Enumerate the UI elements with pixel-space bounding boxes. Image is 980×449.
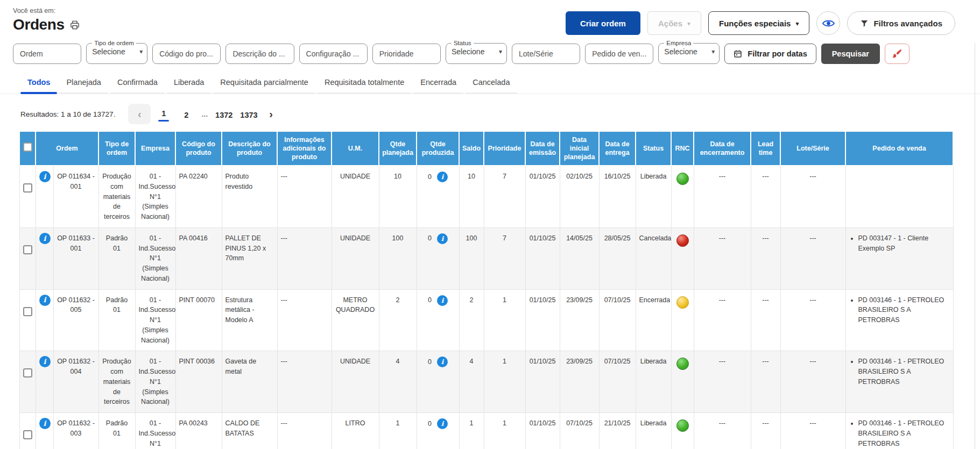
row-checkbox[interactable] (23, 183, 32, 193)
printer-icon[interactable] (69, 20, 80, 30)
title-block: Você está em: Ordens (13, 7, 80, 33)
cell-data_inicial: 23/09/25 (560, 289, 599, 351)
scrollbar-track[interactable] (975, 43, 975, 449)
caret-down-icon: ▾ (795, 20, 799, 27)
orders-table: OrdemTipo de ordemEmpresaCódigo do produ… (19, 131, 954, 449)
advanced-filters-button[interactable]: Filtros avançados (847, 11, 955, 35)
cell-lote_serie: --- (780, 351, 845, 413)
pagination-page-1373[interactable]: 1373 (238, 108, 259, 120)
results-summary: Resultados: 1 a 10 de 13727. (20, 110, 115, 118)
column-header-lead-time: Lead time (751, 131, 780, 166)
rnc-indicator-yellow (676, 296, 689, 309)
info-icon[interactable]: i (39, 418, 51, 429)
cell-status: Liberada (636, 351, 671, 413)
cell-data_emissao: 01/10/25 (525, 166, 560, 227)
cell-ordem: OP 011633 - 001 (53, 227, 98, 289)
cell-data_emissao: 01/10/25 (525, 289, 560, 351)
row-checkbox[interactable] (23, 368, 32, 377)
pagination-next-button[interactable]: › (263, 104, 279, 124)
column-header-saldo: Saldo (459, 131, 484, 166)
filter-ordem-input[interactable] (13, 44, 81, 64)
cell-pedido_venda (845, 166, 953, 227)
info-icon[interactable]: i (39, 295, 51, 306)
pagination-page-2[interactable]: 2 (177, 108, 196, 120)
info-icon[interactable]: i (437, 172, 448, 182)
pesquisar-button[interactable]: Pesquisar (821, 44, 880, 64)
actions-dropdown-button[interactable]: Ações ▾ (647, 11, 701, 35)
tab-planejada[interactable]: Planejada (58, 74, 109, 94)
caret-down-icon: ▾ (139, 48, 143, 55)
column-header-informacoes-adicionais-do-produto: Informações adicionais do produto (277, 131, 332, 166)
tab-liberada[interactable]: Liberada (166, 74, 212, 94)
calendar-icon (734, 49, 742, 58)
cell-lote_serie: --- (780, 289, 845, 351)
create-order-label: Criar ordem (580, 19, 626, 28)
cell-empresa: 01 - Ind.Sucesso N°1 (Simples Nacional) (135, 413, 175, 449)
cell-data_emissao: 01/10/25 (525, 227, 560, 289)
cell-info: i (36, 413, 53, 449)
cell-rnc (671, 351, 694, 413)
cell-rnc (671, 166, 694, 227)
caret-down-icon: ▾ (711, 48, 715, 55)
cell-prioridade: 7 (484, 166, 525, 227)
row-checkbox[interactable] (23, 430, 32, 439)
filter-tipo-de-ordem-select[interactable]: Tipo de ordemSelecione▾ (86, 40, 147, 64)
pagination-prev-button[interactable]: ‹ (128, 104, 151, 124)
pagination-page-1372[interactable]: 1372 (213, 108, 235, 120)
column-header-codigo-do-produto: Código do produto (175, 131, 222, 166)
filter-pedido-de-venda-input[interactable] (585, 44, 653, 64)
info-icon[interactable]: i (437, 357, 448, 367)
filter-prioridade-input[interactable] (372, 44, 441, 64)
pagination: ‹12...13721373› (128, 104, 279, 124)
info-icon[interactable]: i (437, 295, 448, 306)
cell-check (19, 413, 36, 449)
filter-descricao-do-produto-input[interactable] (225, 44, 294, 64)
create-order-button[interactable]: Criar ordem (566, 11, 640, 35)
tab-confirmada[interactable]: Confirmada (109, 74, 166, 94)
row-checkbox[interactable] (23, 307, 32, 316)
cell-saldo: 10 (459, 166, 484, 227)
row-checkbox[interactable] (23, 245, 32, 254)
filter-tipo-de-ordem-value: Selecione (92, 47, 125, 56)
cell-rnc (671, 289, 694, 351)
tab-encerrada[interactable]: Encerrada (412, 74, 464, 94)
filter-codigo-do-produto-input[interactable] (152, 44, 221, 64)
info-icon[interactable]: i (437, 418, 448, 429)
cell-status: Liberada (636, 166, 671, 227)
cell-lote_serie: --- (780, 166, 845, 227)
info-icon[interactable]: i (437, 233, 448, 244)
info-icon[interactable]: i (39, 356, 51, 367)
status-tabs: TodosPlanejadaConfirmadaLiberadaRequisit… (0, 70, 980, 94)
filter-status-select[interactable]: StatusSelecione▾ (446, 40, 507, 64)
cell-info_adicional: --- (277, 166, 332, 227)
filter-lote-serie-input[interactable] (512, 44, 580, 64)
sales-order-list: PD 003147 - 1 - Cliente Exemplo SP (849, 233, 950, 254)
tab-requisitada-parcialmente[interactable]: Requisitada parcialmente (212, 74, 316, 94)
advanced-filters-label: Filtros avançados (873, 19, 942, 28)
info-icon[interactable]: i (39, 171, 51, 182)
rnc-indicator-green (676, 358, 689, 370)
cell-prioridade: 7 (484, 227, 525, 289)
cell-empresa: 01 - Ind.Sucesso N°1 (Simples Nacional) (135, 289, 175, 351)
filter-status-label: Status (452, 40, 474, 47)
page-title: Ordens (13, 16, 65, 33)
tab-label: Todos (27, 78, 50, 87)
filter-configuracao-input[interactable] (299, 44, 368, 64)
tab-requisitada-totalmente[interactable]: Requisitada totalmente (316, 74, 412, 94)
cell-data_encerramento: --- (694, 227, 751, 289)
pagination-page-1[interactable]: 1 (154, 106, 173, 123)
info-icon[interactable]: i (39, 233, 51, 244)
tab-cancelada[interactable]: Cancelada (464, 74, 518, 94)
limpar-filtros-button[interactable] (885, 44, 910, 64)
tab-todos[interactable]: Todos (19, 74, 58, 94)
special-functions-button[interactable]: Funções especiais ▾ (708, 11, 809, 35)
column-header-ordem: Ordem (36, 131, 98, 166)
cell-pedido_venda: PD 003146 - 1 - PETROLEO BRASILEIRO S A … (845, 413, 953, 449)
cell-qtde_produzida: 0i (417, 351, 459, 413)
filtrar-por-datas-button[interactable]: Filtrar por datas (724, 44, 816, 64)
visibility-toggle-button[interactable] (816, 11, 840, 35)
select-all-checkbox[interactable] (23, 142, 32, 152)
cell-status: Encerrada (636, 289, 671, 351)
cell-tipo: Padrão 01 (98, 289, 135, 351)
filter-empresa-select[interactable]: EmpresaSelecione▾ (658, 40, 720, 64)
